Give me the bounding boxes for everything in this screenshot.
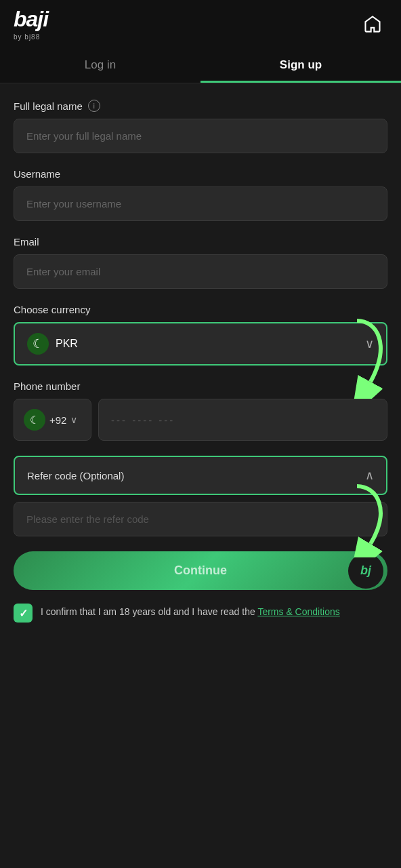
username-input[interactable]: [14, 186, 387, 221]
phone-row: ☾ +92 ∨: [14, 399, 387, 441]
currency-left: ☾ PKR: [27, 333, 78, 355]
pakistan-flag: ☾: [27, 333, 49, 355]
bj-badge: bj: [348, 553, 383, 589]
terms-checkbox[interactable]: ✓: [14, 604, 33, 623]
home-icon: [363, 14, 382, 33]
refer-label: Refer code (Optional): [27, 470, 124, 481]
phone-group: Phone number ☾ +92 ∨: [14, 380, 387, 441]
terms-row: ✓ I confirm that I am 18 years old and I…: [14, 604, 387, 623]
checkmark-icon: ✓: [19, 607, 28, 620]
phone-chevron-down-icon: ∨: [70, 414, 77, 425]
logo: baji: [14, 7, 48, 32]
header: baji by bj88: [0, 0, 401, 47]
full-name-label: Full legal name i: [14, 100, 387, 112]
home-button[interactable]: [358, 9, 387, 39]
full-name-group: Full legal name i: [14, 100, 387, 153]
refer-toggle[interactable]: Refer code (Optional) ∧: [14, 456, 387, 495]
refer-code-input[interactable]: [14, 502, 387, 536]
refer-group: Refer code (Optional) ∧: [14, 456, 387, 536]
logo-sub: by bj88: [14, 33, 48, 41]
full-name-info-icon[interactable]: i: [88, 100, 100, 112]
tab-signup[interactable]: Sign up: [200, 47, 401, 83]
full-name-input[interactable]: [14, 119, 387, 153]
phone-flag: ☾: [24, 409, 45, 431]
tab-login[interactable]: Log in: [0, 47, 200, 83]
email-group: Email: [14, 236, 387, 289]
phone-country-selector[interactable]: ☾ +92 ∨: [14, 399, 91, 441]
username-group: Username: [14, 168, 387, 221]
continue-button[interactable]: Continue bj: [14, 551, 387, 590]
currency-label: Choose currency: [14, 304, 387, 315]
currency-code: PKR: [56, 338, 78, 350]
currency-chevron-down-icon: ∨: [365, 336, 374, 351]
phone-label: Phone number: [14, 380, 387, 392]
phone-country-code: +92: [49, 414, 66, 426]
email-input[interactable]: [14, 254, 387, 289]
signup-form: Full legal name i Username Email Choose …: [0, 83, 401, 643]
currency-selector[interactable]: ☾ PKR ∨: [14, 322, 387, 366]
tabs-container: Log in Sign up: [0, 47, 401, 83]
terms-link[interactable]: Terms & Conditions: [257, 606, 339, 617]
refer-chevron-up-icon: ∧: [365, 468, 374, 483]
phone-number-input[interactable]: [98, 399, 387, 441]
logo-container: baji by bj88: [14, 7, 48, 41]
email-label: Email: [14, 236, 387, 248]
username-label: Username: [14, 168, 387, 180]
currency-group: Choose currency ☾ PKR ∨: [14, 304, 387, 366]
terms-text: I confirm that I am 18 years old and I h…: [41, 604, 340, 619]
